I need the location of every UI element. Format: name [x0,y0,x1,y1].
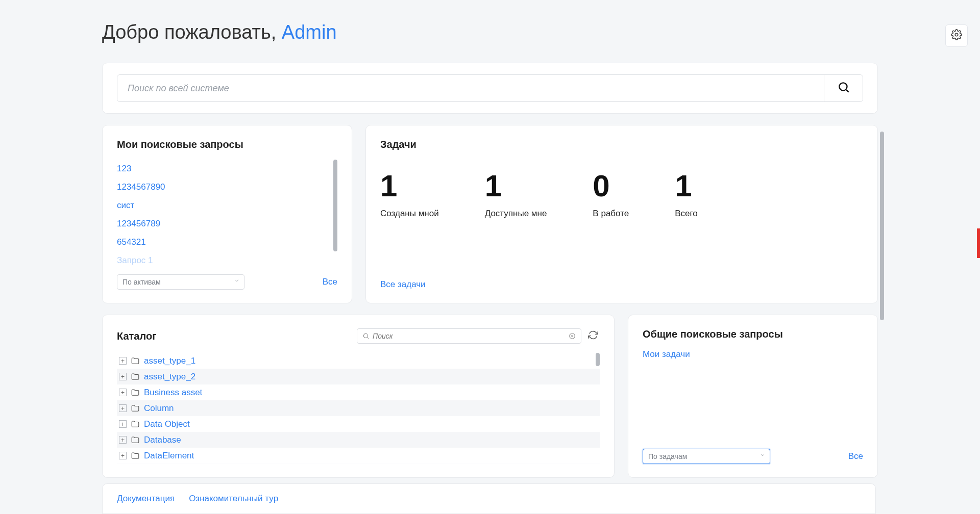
catalog-title: Каталог [117,330,156,342]
shared-searches-title: Общие поисковые запросы [643,328,863,340]
select-value: По задачам [648,452,687,460]
chevron-down-icon [760,451,766,459]
my-search-item[interactable]: 123456789 [117,215,337,233]
my-searches-card: Мои поисковые запросы 123 1234567890 сис… [102,125,352,303]
svg-line-2 [846,90,849,92]
my-searches-scrollbar[interactable] [333,160,337,251]
task-stat-label: В работе [593,209,629,219]
select-value: По активам [122,278,161,286]
shared-filter-select[interactable]: По задачам [643,449,770,464]
global-search-input[interactable] [117,75,824,101]
my-search-item[interactable]: сист [117,196,337,215]
catalog-refresh-button[interactable] [586,329,600,343]
task-stat-created[interactable]: 1 Созданы мной [380,171,439,279]
expand-icon[interactable]: + [119,452,127,459]
svg-point-3 [363,333,368,338]
catalog-tree: + asset_type_1 + asset_type_2 + Business… [117,353,600,464]
task-stat-value: 1 [380,171,439,201]
shared-searches-card: Общие поисковые запросы Мои задачи По за… [628,315,878,478]
folder-icon [131,388,140,397]
catalog-scrollbar[interactable] [596,353,600,366]
shared-searches-list: Мои задачи [643,349,863,449]
clear-icon[interactable] [569,332,576,340]
tree-item-label[interactable]: asset_type_1 [144,356,195,366]
task-stat-inprogress[interactable]: 0 В работе [593,171,629,279]
task-stat-label: Доступные мне [485,209,547,219]
task-stat-total[interactable]: 1 Всего [675,171,698,279]
welcome-username: Admin [282,21,337,43]
tree-item-label[interactable]: Database [144,435,181,445]
tree-row[interactable]: + DG5528 [117,464,600,464]
footer-bar: Документация Ознакомительный тур [102,483,876,514]
expand-icon[interactable]: + [119,389,127,396]
tree-row[interactable]: + asset_type_1 [117,353,600,369]
welcome-prefix: Добро пожаловать, [102,21,282,43]
page-title: Добро пожаловать, Admin [102,21,337,43]
tree-item-label[interactable]: Column [144,403,174,414]
task-stat-value: 1 [675,171,698,201]
task-stat-value: 1 [485,171,547,201]
expand-icon[interactable]: + [119,436,127,444]
tree-item-label[interactable]: DataElement [144,451,194,461]
my-search-item[interactable]: 1234567890 [117,178,337,196]
tasks-title: Задачи [380,139,863,150]
gear-icon [951,29,962,42]
tree-item-label[interactable]: Business asset [144,388,202,398]
task-stat-available[interactable]: 1 Доступные мне [485,171,547,279]
edge-feedback-tab[interactable] [977,228,980,258]
svg-point-1 [839,83,847,90]
catalog-search-input[interactable] [373,332,569,340]
tree-row[interactable]: + Data Object [117,416,600,432]
page-scrollbar[interactable] [880,132,884,320]
my-search-item[interactable]: 654321 [117,233,337,251]
svg-point-0 [955,33,958,36]
footer-link-documentation[interactable]: Документация [117,494,175,504]
tree-row[interactable]: + Business asset [117,384,600,400]
folder-icon [131,420,140,429]
expand-icon[interactable]: + [119,357,127,365]
shared-search-item[interactable]: Мои задачи [643,349,690,359]
tree-row[interactable]: + asset_type_2 [117,369,600,384]
folder-icon [131,451,140,460]
task-stat-label: Всего [675,209,698,219]
chevron-down-icon [234,277,240,285]
my-searches-list: 123 1234567890 сист 123456789 654321 Зап… [117,160,337,267]
search-icon [362,332,370,340]
my-searches-title: Мои поисковые запросы [117,139,337,150]
svg-line-4 [368,338,369,339]
folder-icon [131,356,140,366]
task-stat-value: 0 [593,171,629,201]
expand-icon[interactable]: + [119,404,127,412]
my-searches-all-button[interactable]: Все [323,277,337,287]
catalog-search-box[interactable] [357,328,581,344]
shared-all-button[interactable]: Все [848,451,863,461]
footer-link-tour[interactable]: Ознакомительный тур [189,494,278,504]
folder-icon [131,372,140,381]
expand-icon[interactable]: + [119,420,127,428]
refresh-icon [588,330,598,342]
expand-icon[interactable]: + [119,373,127,380]
folder-icon [131,435,140,445]
global-search-card [102,63,878,114]
global-search-button[interactable] [824,75,863,101]
tree-row[interactable]: + DataElement [117,448,600,464]
tree-row[interactable]: + Column [117,400,600,416]
task-stat-label: Созданы мной [380,209,439,219]
my-search-item[interactable]: 123 [117,160,337,178]
tree-item-label[interactable]: asset_type_2 [144,372,195,382]
settings-button[interactable] [945,24,968,47]
tasks-all-button[interactable]: Все задачи [380,279,426,290]
my-search-item[interactable]: Запрос 1 [117,251,337,267]
tasks-card: Задачи 1 Созданы мной 1 Доступные мне 0 … [365,125,878,303]
folder-icon [131,404,140,413]
search-icon [837,81,850,96]
tree-item-label[interactable]: Data Object [144,419,190,429]
catalog-card: Каталог + [102,315,615,478]
my-searches-filter-select[interactable]: По активам [117,274,244,290]
tree-row[interactable]: + Database [117,432,600,448]
